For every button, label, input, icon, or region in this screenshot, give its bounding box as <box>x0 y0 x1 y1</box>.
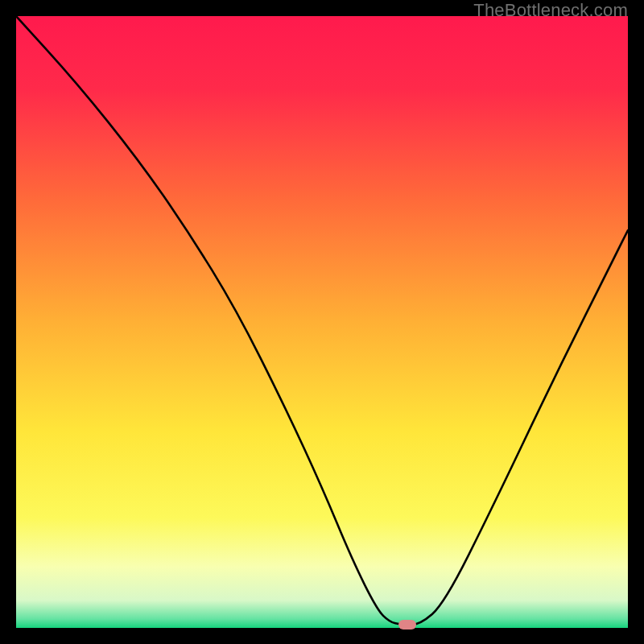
watermark-label: TheBottleneck.com <box>473 0 628 21</box>
chart-container: TheBottleneck.com <box>0 0 644 644</box>
bottleneck-chart <box>16 16 628 628</box>
optimum-marker-icon <box>398 620 416 630</box>
gradient-background <box>16 16 628 628</box>
